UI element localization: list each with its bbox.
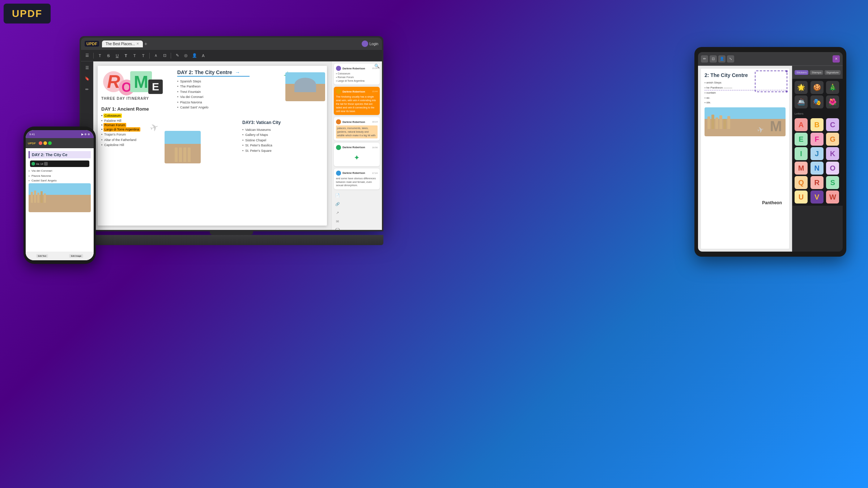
color-dark[interactable] [44, 162, 48, 166]
edit-image-button[interactable]: Edit Image [69, 254, 83, 258]
day1-altar: Altar of the Fatherland [101, 137, 170, 142]
tool-text-icon[interactable]: T [97, 52, 103, 59]
letter-J[interactable]: J [810, 147, 824, 160]
comment-2-header: Darlene Robertson 15:44 [336, 89, 378, 94]
sticker-tab-stickers[interactable]: Stickers [795, 70, 808, 75]
letter-R[interactable]: R [810, 176, 824, 189]
day1-palatine: Palatine Hill [101, 118, 170, 123]
comment-3: Darlene Robertson 16:14 palaces, monumen… [334, 117, 380, 140]
sticker-6[interactable]: 🌺 [826, 95, 839, 108]
right-panel: 🔍 Darlene Robertson 15:34 • Colosseum• R… [331, 61, 382, 230]
letter-U[interactable]: U [795, 191, 808, 204]
letter-A[interactable]: A [795, 118, 808, 131]
phone-status-bar: 9:41 ▶ ⊕ ⊕ [26, 130, 94, 138]
tablet-expand-icon[interactable]: ⤡ [727, 55, 734, 63]
tablet-image-area: M ✈ [705, 107, 786, 136]
tool-strikethrough-icon[interactable]: S [105, 52, 112, 59]
tablet-toolbar: ✏ ⊡ 👤 ⤡ ✕ [698, 52, 843, 66]
tool-font-icon[interactable]: T [123, 52, 129, 59]
comment-4-name: Darlene Robertson [342, 146, 365, 149]
letter-M[interactable]: M [795, 162, 808, 175]
tablet-close-icon[interactable]: ✕ [833, 55, 840, 63]
font-num: 14 [41, 163, 43, 165]
rp-icon-1[interactable]: 📄 [334, 192, 341, 199]
tablet-person-icon[interactable]: 👤 [718, 55, 726, 63]
rp-icon-5[interactable]: 💬 [334, 226, 341, 230]
tool-circle-icon[interactable]: ◎ [183, 52, 189, 59]
day2-item-5: Piazza Navona [177, 100, 250, 105]
letter-I[interactable]: I [795, 147, 808, 160]
phone-bottom-bar: Edit Text Edit Image [26, 252, 94, 260]
login-button[interactable]: Login [362, 40, 378, 47]
pdf-content: R O M E THREE DAY ITINERARY ✦ DAY 2: The… [93, 61, 331, 230]
comment-1-name: Darlene Robertson [342, 67, 365, 70]
sticker-tab-signature[interactable]: Signature [825, 70, 841, 75]
comment-1-avatar [336, 66, 341, 71]
color-green[interactable] [31, 162, 35, 166]
letter-E[interactable]: E [795, 133, 808, 146]
tablet-cursor-icon[interactable]: ⊡ [710, 55, 717, 63]
sidebar-bookmark-icon[interactable]: 🔖 [83, 74, 91, 82]
tablet-pen-icon[interactable]: ✏ [701, 55, 708, 63]
sidebar-pages-icon[interactable]: ☰ [83, 64, 91, 72]
phone-color-picker[interactable]: Aa 14 [30, 160, 89, 167]
selection-box [755, 70, 787, 92]
comment-2-name: Darlene Robertson [342, 90, 365, 93]
letter-G[interactable]: G [826, 133, 839, 146]
comment-3-time: 16:14 [372, 121, 378, 123]
day3-header: DAY3: Vatican City [242, 120, 300, 125]
letter-K[interactable]: K [826, 147, 839, 160]
tool-up-icon[interactable]: ∧ [153, 52, 159, 59]
phone-dot-green[interactable] [48, 141, 52, 145]
comment-4: Darlene Robertson 16:56 ✦ [334, 143, 380, 166]
search-icon[interactable]: 🔍 [374, 64, 380, 69]
letters-grid: A B C E F G I J K M N O Q R S [792, 116, 843, 206]
letter-N[interactable]: N [810, 162, 824, 175]
tool-text3-icon[interactable]: T [140, 52, 146, 59]
sticker-4[interactable]: 🚢 [795, 95, 808, 108]
sidebar-annot-icon[interactable]: ✏ [83, 85, 91, 93]
comment-1-list: • Colosseum• Roman Forum• Largo di Torre… [336, 72, 378, 82]
tablet-content: 2: The City Centre • anish Steps • he Pa… [698, 66, 843, 252]
updf-logo: UPDF [4, 4, 51, 23]
day3-sistine: Sistine Chapel [242, 138, 300, 143]
active-tab[interactable]: The Best Places... ✕ [102, 40, 143, 47]
phone-dot-yellow[interactable] [43, 141, 47, 145]
tool-person-icon[interactable]: 👤 [191, 52, 198, 59]
sticker-2[interactable]: 🍪 [810, 81, 824, 94]
comment-4-star: ✦ [336, 151, 378, 164]
sticker-1[interactable]: 🌟 [795, 81, 808, 94]
edit-text-button[interactable]: Edit Text [36, 254, 48, 258]
columns-detail [175, 147, 191, 162]
tool-text2-icon[interactable]: T [131, 52, 138, 59]
rp-icon-3[interactable]: ↗ [334, 209, 341, 216]
comment-5-avatar [336, 171, 341, 176]
sticker-tab-stamps[interactable]: Stamps [810, 70, 823, 75]
pantheon-image [285, 72, 325, 101]
rp-icon-2[interactable]: 🔗 [334, 200, 341, 207]
letter-C[interactable]: C [826, 118, 839, 131]
letter-O[interactable]: O [826, 162, 839, 175]
tool-box-icon[interactable]: ⊡ [161, 52, 168, 59]
phone-dot-red[interactable] [39, 141, 42, 145]
tool-pen-icon[interactable]: ✎ [174, 52, 180, 59]
tool-underline-icon[interactable]: U [114, 52, 120, 59]
letter-S[interactable]: S [826, 176, 839, 189]
rp-icon-4[interactable]: ✉ [334, 218, 341, 225]
tab-add-icon[interactable]: + [144, 41, 147, 47]
letter-B[interactable]: B [810, 118, 824, 131]
letter-Q[interactable]: Q [795, 176, 808, 189]
comment-5-text: and some have obvious differences betwee… [336, 177, 378, 187]
logo-text: UPDF [12, 8, 42, 20]
letter-W[interactable]: W [826, 191, 839, 204]
tablet-pdf: 2: The City Centre • anish Steps • he Pa… [698, 66, 792, 252]
sticker-5[interactable]: 🎭 [810, 95, 824, 108]
sticker-3[interactable]: 🎄 [826, 81, 839, 94]
day3-vatican: Vatican Museums [242, 127, 300, 132]
day1-capitoline: Capitoline Hill [101, 142, 170, 147]
letter-F[interactable]: F [810, 133, 824, 146]
tab-close-icon[interactable]: ✕ [136, 42, 139, 46]
letter-V[interactable]: V [810, 191, 824, 204]
tool-fill-icon[interactable]: A [200, 52, 207, 59]
tool-select-icon[interactable]: ☰ [84, 52, 90, 59]
